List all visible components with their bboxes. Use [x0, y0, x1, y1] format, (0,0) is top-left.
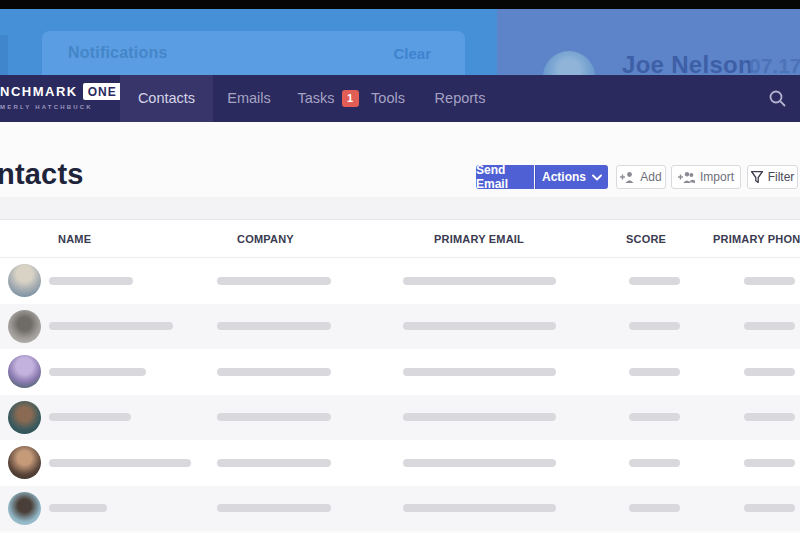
nav-item-label: Emails [227, 90, 271, 106]
logo-one-badge: ONE [83, 83, 122, 100]
score-placeholder-bar [629, 368, 680, 376]
email-placeholder-bar [403, 504, 556, 512]
nav-item-label: Tools [371, 90, 405, 106]
nav-item-tools[interactable]: Tools [360, 75, 416, 122]
table-row[interactable] [0, 258, 800, 304]
table-row[interactable] [0, 440, 800, 486]
company-placeholder-bar [217, 413, 331, 421]
nav-item-label: Contacts [138, 90, 195, 106]
notifications-panel: Notifications Clear [42, 31, 465, 75]
contact-avatar[interactable] [8, 446, 41, 479]
company-placeholder-bar [217, 277, 331, 285]
logo-text: NCHMARK [0, 84, 78, 99]
tasks-count-badge: 1 [342, 90, 359, 107]
nav-item-tasks[interactable]: Tasks1 [292, 75, 364, 122]
add-person-icon [620, 171, 635, 183]
nav-item-label: Reports [435, 90, 486, 106]
actions-dropdown-button[interactable]: Actions [535, 165, 608, 189]
add-label: Add [640, 170, 661, 184]
table-row[interactable] [0, 395, 800, 441]
add-contact-button[interactable]: Add [616, 165, 666, 189]
table-row[interactable] [0, 486, 800, 532]
contacts-table-header: NAME COMPANY PRIMARY EMAIL SCORE PRIMARY… [0, 219, 800, 258]
company-placeholder-bar [217, 368, 331, 376]
nav-item-emails[interactable]: Emails [218, 75, 280, 122]
filter-funnel-icon [751, 171, 763, 183]
filter-button[interactable]: Filter [747, 165, 798, 189]
company-placeholder-bar [217, 459, 331, 467]
name-placeholder-bar [49, 277, 133, 285]
phone-placeholder-bar [744, 277, 795, 285]
score-placeholder-bar [629, 322, 680, 330]
page-title: ntacts [0, 158, 84, 191]
filter-label: Filter [768, 170, 795, 184]
nav-item-reports[interactable]: Reports [424, 75, 496, 122]
notification-card-edge [0, 35, 8, 75]
phone-placeholder-bar [744, 413, 795, 421]
name-placeholder-bar [49, 322, 173, 330]
email-placeholder-bar [403, 368, 556, 376]
chevron-down-icon [592, 174, 602, 181]
page-header: ntacts Send Email Actions Add Import Fil… [0, 122, 800, 197]
email-placeholder-bar [403, 322, 556, 330]
email-placeholder-bar [403, 459, 556, 467]
name-placeholder-bar [49, 459, 191, 467]
notifications-overlay: Notifications Clear Joe Nelson 07.17.2 [0, 9, 800, 75]
score-placeholder-bar [629, 277, 680, 285]
score-placeholder-bar [629, 413, 680, 421]
phone-placeholder-bar [744, 459, 795, 467]
content-gap-band [0, 197, 800, 219]
import-contacts-button[interactable]: Import [671, 165, 741, 189]
contacts-table-body [0, 258, 800, 531]
import-label: Import [700, 170, 734, 184]
user-name: Joe Nelson [622, 51, 753, 75]
send-email-label: Send Email [476, 163, 534, 191]
column-header-company[interactable]: COMPANY [237, 233, 294, 245]
company-placeholder-bar [217, 504, 331, 512]
phone-placeholder-bar [744, 368, 795, 376]
table-row[interactable] [0, 304, 800, 350]
table-row[interactable] [0, 349, 800, 395]
send-email-button[interactable]: Send Email [476, 165, 534, 189]
email-placeholder-bar [403, 413, 556, 421]
benchmarkone-logo[interactable]: NCHMARK ONE MERLY HATCHBUCK [0, 83, 122, 110]
header-date: 07.17.2 [749, 54, 800, 75]
search-icon[interactable] [768, 89, 787, 108]
actions-label: Actions [542, 170, 586, 184]
phone-placeholder-bar [744, 504, 795, 512]
score-placeholder-bar [629, 459, 680, 467]
logo-subtitle: MERLY HATCHBUCK [0, 104, 122, 110]
contact-avatar[interactable] [8, 401, 41, 434]
contact-avatar[interactable] [8, 492, 41, 525]
email-placeholder-bar [403, 277, 556, 285]
nav-item-contacts[interactable]: Contacts [120, 75, 213, 122]
name-placeholder-bar [49, 368, 146, 376]
clear-notifications-link[interactable]: Clear [393, 45, 431, 62]
score-placeholder-bar [629, 504, 680, 512]
notifications-title: Notifications [68, 44, 168, 62]
add-people-icon [678, 171, 695, 183]
contact-avatar[interactable] [8, 310, 41, 343]
column-header-name[interactable]: NAME [58, 233, 91, 245]
contact-avatar[interactable] [8, 264, 41, 297]
column-header-score[interactable]: SCORE [626, 233, 666, 245]
column-header-primary-email[interactable]: PRIMARY EMAIL [434, 233, 524, 245]
contact-avatar[interactable] [8, 355, 41, 388]
window-top-strip [0, 0, 800, 9]
company-placeholder-bar [217, 322, 331, 330]
main-nav: NCHMARK ONE MERLY HATCHBUCK Contacts Ema… [0, 75, 800, 122]
nav-item-label: Tasks [297, 90, 334, 106]
column-header-primary-phone[interactable]: PRIMARY PHONE [713, 233, 800, 245]
name-placeholder-bar [49, 504, 107, 512]
phone-placeholder-bar [744, 322, 795, 330]
name-placeholder-bar [49, 413, 131, 421]
